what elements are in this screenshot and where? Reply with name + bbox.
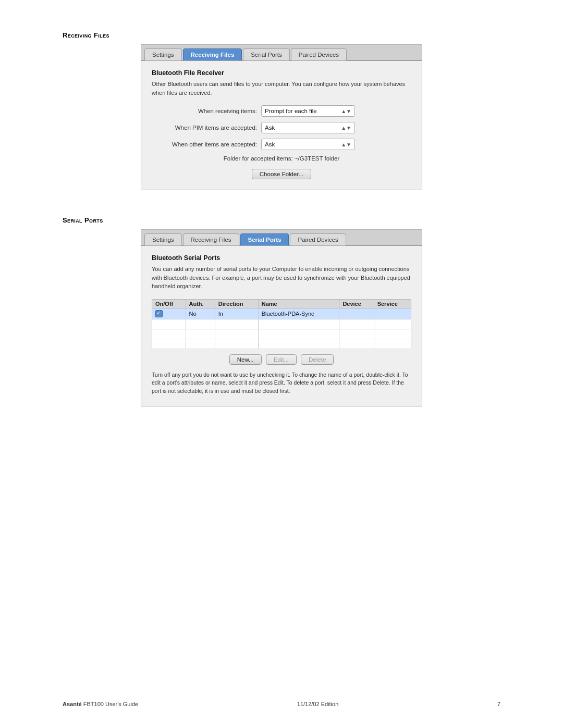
edit-button[interactable]: Edit... xyxy=(266,354,297,365)
col-name: Name xyxy=(258,299,339,308)
cell-name: Bluetooth-PDA-Sync xyxy=(258,308,339,319)
footer-model: FBT100 User's Guide xyxy=(83,701,138,707)
when-pim-label: When PIM items are accepted: xyxy=(152,125,261,131)
when-other-select[interactable]: Ask ▲▼ xyxy=(261,139,355,150)
col-auth: Auth. xyxy=(186,299,215,308)
when-other-label: When other items are accepted: xyxy=(152,141,261,147)
when-pim-row: When PIM items are accepted: Ask ▲▼ xyxy=(152,122,411,133)
when-pim-value: Ask xyxy=(265,125,275,131)
receiving-files-panel-body: Bluetooth File Receiver Other Bluetooth … xyxy=(141,61,422,190)
when-receiving-select[interactable]: Prompt for each file ▲▼ xyxy=(261,105,355,117)
serial-ports-subtitle: Bluetooth Serial Ports xyxy=(152,254,411,262)
col-service: Service xyxy=(374,299,411,308)
when-receiving-row: When receiving items: Prompt for each fi… xyxy=(152,105,411,117)
new-button[interactable]: New... xyxy=(229,354,262,365)
when-pim-arrow: ▲▼ xyxy=(341,125,351,131)
choose-folder-btn-wrap: Choose Folder... xyxy=(152,169,411,179)
footer-edition: 11/12/02 Edition xyxy=(297,701,339,707)
receiving-files-section: Receiving Files Settings Receiving Files… xyxy=(63,31,500,190)
when-other-control: Ask ▲▼ xyxy=(261,139,411,150)
tab-receiving-files-2[interactable]: Receiving Files xyxy=(183,233,239,245)
serial-ports-panel: Settings Receiving Files Serial Ports Pa… xyxy=(141,229,422,406)
receiving-files-description: Other Bluetooth users can send files to … xyxy=(152,80,411,97)
when-other-arrow: ▲▼ xyxy=(341,142,351,147)
when-other-row: When other items are accepted: Ask ▲▼ xyxy=(152,139,411,150)
table-row xyxy=(152,339,411,349)
cell-onoff[interactable] xyxy=(152,308,186,319)
receiving-files-subtitle: Bluetooth File Receiver xyxy=(152,69,411,77)
col-onoff: On/Off xyxy=(152,299,186,308)
when-receiving-label: When receiving items: xyxy=(152,108,261,114)
cell-device xyxy=(339,308,374,319)
cell-auth: No xyxy=(186,308,215,319)
delete-button[interactable]: Delete xyxy=(301,354,334,365)
folder-label-row: Folder for accepted items: ~/G3TEST fold… xyxy=(152,155,411,162)
serial-ports-section: Serial Ports Settings Receiving Files Se… xyxy=(63,216,500,406)
tab-serial-ports-2[interactable]: Serial Ports xyxy=(240,233,289,245)
when-pim-control: Ask ▲▼ xyxy=(261,122,411,133)
table-header-row: On/Off Auth. Direction Name Device Servi… xyxy=(152,299,411,308)
receiving-files-heading: Receiving Files xyxy=(63,31,500,39)
when-receiving-value: Prompt for each file xyxy=(265,108,317,114)
tab-paired-devices-1[interactable]: Paired Devices xyxy=(291,48,347,60)
checkbox-checked-icon[interactable] xyxy=(155,310,163,317)
tab-serial-ports-1[interactable]: Serial Ports xyxy=(243,48,289,60)
serial-ports-table: On/Off Auth. Direction Name Device Servi… xyxy=(152,299,411,349)
when-pim-select[interactable]: Ask ▲▼ xyxy=(261,122,355,133)
brand-name: Asanté xyxy=(63,701,82,707)
tab-settings-1[interactable]: Settings xyxy=(144,48,182,60)
when-receiving-arrow: ▲▼ xyxy=(341,108,351,114)
cell-service xyxy=(374,308,411,319)
serial-ports-footer-note: Turn off any port you do not want to use… xyxy=(152,371,411,396)
serial-ports-description: You can add any number of serial ports t… xyxy=(152,265,411,291)
serial-ports-actions: New... Edit... Delete xyxy=(152,354,411,365)
when-other-value: Ask xyxy=(265,141,275,147)
footer-page: 7 xyxy=(497,701,500,707)
cell-direction: In xyxy=(215,308,258,319)
tab-receiving-files-1[interactable]: Receiving Files xyxy=(183,48,242,60)
col-device: Device xyxy=(339,299,374,308)
col-direction: Direction xyxy=(215,299,258,308)
page-footer: Asanté FBT100 User's Guide 11/12/02 Edit… xyxy=(0,701,563,707)
footer-brand: Asanté FBT100 User's Guide xyxy=(63,701,138,707)
tab-settings-2[interactable]: Settings xyxy=(144,233,182,245)
tab-paired-devices-2[interactable]: Paired Devices xyxy=(290,233,346,245)
when-receiving-control: Prompt for each file ▲▼ xyxy=(261,105,411,117)
serial-ports-panel-body: Bluetooth Serial Ports You can add any n… xyxy=(141,246,422,406)
receiving-files-panel: Settings Receiving Files Serial Ports Pa… xyxy=(141,44,422,190)
receiving-files-tab-bar: Settings Receiving Files Serial Ports Pa… xyxy=(141,45,422,61)
serial-ports-heading: Serial Ports xyxy=(63,216,500,224)
table-row xyxy=(152,329,411,339)
choose-folder-button[interactable]: Choose Folder... xyxy=(252,169,311,179)
table-row[interactable]: No In Bluetooth-PDA-Sync xyxy=(152,308,411,319)
serial-ports-tab-bar: Settings Receiving Files Serial Ports Pa… xyxy=(141,230,422,246)
table-row xyxy=(152,319,411,329)
